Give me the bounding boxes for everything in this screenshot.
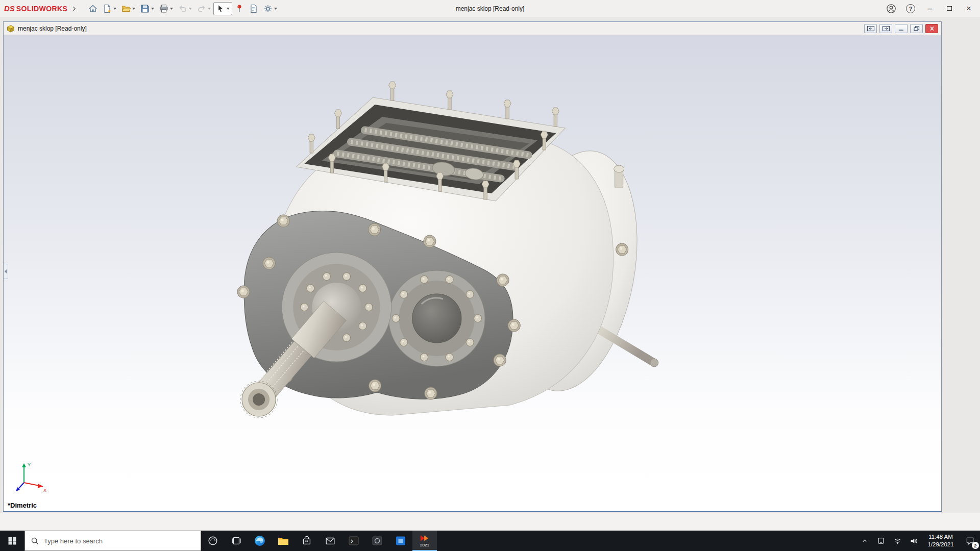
gear-icon: [263, 4, 273, 13]
solidworks-app-window: DS SOLIDWORKS: [0, 0, 980, 551]
save-button[interactable]: [138, 2, 157, 15]
tablet-icon: [877, 537, 885, 545]
menu-expand-button[interactable]: [70, 2, 78, 15]
undo-dropdown[interactable]: [189, 8, 192, 10]
rebuild-traffic-light-icon: [235, 4, 244, 13]
doc-restore-button[interactable]: [910, 24, 923, 33]
redo-dropdown[interactable]: [208, 8, 211, 10]
home-button[interactable]: [86, 2, 100, 15]
mail-icon: [325, 535, 336, 546]
pinned-app-3-button[interactable]: [389, 531, 412, 551]
help-button[interactable]: ?: [902, 2, 919, 15]
task-view-button[interactable]: [225, 531, 248, 551]
search-input[interactable]: [44, 537, 195, 545]
new-document-icon: [103, 4, 112, 13]
doc-close-button[interactable]: [925, 24, 938, 33]
app-title: menjac sklop [Read-only]: [456, 0, 525, 17]
app-minimize-button[interactable]: –: [922, 2, 938, 15]
home-icon: [88, 4, 97, 13]
close-icon: ×: [966, 4, 971, 14]
rebuild-button[interactable]: [232, 2, 247, 15]
solidworks-taskbar-button[interactable]: 2021: [412, 531, 437, 551]
gearbox-3d-scene[interactable]: [4, 35, 941, 511]
status-strip: [0, 513, 980, 531]
span-display-left-button[interactable]: [864, 24, 877, 33]
file-explorer-button[interactable]: [272, 531, 295, 551]
system-tray: 11:48 AM 1/29/2021 2: [856, 531, 980, 551]
3d-viewport[interactable]: Y X *Dimetric: [4, 35, 941, 511]
y-axis-label: Y: [28, 462, 31, 467]
print-button[interactable]: [157, 2, 176, 15]
edge-button[interactable]: [248, 531, 272, 551]
network-button[interactable]: [889, 531, 905, 551]
file-properties-button[interactable]: [247, 2, 261, 15]
solidworks-version-label: 2021: [420, 543, 429, 547]
speaker-icon: [910, 537, 918, 545]
span-display-right-button[interactable]: [879, 24, 892, 33]
print-dropdown[interactable]: [170, 8, 173, 10]
solidworks-app-icon: [419, 534, 430, 543]
minimize-icon: –: [928, 6, 933, 11]
mail-button[interactable]: [318, 531, 342, 551]
clock-date: 1/29/2021: [927, 541, 953, 548]
secondary-bearing-cover[interactable]: [389, 270, 485, 366]
volume-button[interactable]: [905, 531, 922, 551]
new-document-dropdown[interactable]: [113, 8, 116, 10]
cortana-icon: [207, 535, 218, 546]
options-dropdown[interactable]: [274, 8, 277, 10]
doc-restore-icon: [913, 26, 921, 32]
help-icon: ?: [906, 4, 915, 13]
terminal-icon: [348, 535, 360, 547]
x-axis-arrow: [38, 484, 43, 488]
task-view-icon: [231, 535, 242, 546]
app-maximize-button[interactable]: [941, 2, 958, 15]
open-dropdown[interactable]: [132, 8, 135, 10]
logo-ds-glyph: DS: [4, 4, 15, 13]
featuremanager-collapse-tab[interactable]: [4, 264, 8, 279]
hidden-icons-button[interactable]: [856, 531, 873, 551]
app-close-button[interactable]: ×: [961, 2, 977, 15]
undo-icon: [178, 4, 187, 13]
clock-time: 11:48 AM: [928, 533, 953, 541]
undo-button[interactable]: [176, 2, 194, 15]
save-icon: [140, 4, 150, 13]
doc-close-icon: [928, 26, 936, 32]
save-dropdown[interactable]: [151, 8, 154, 10]
action-center-button[interactable]: 2: [960, 531, 980, 551]
taskbar-clock[interactable]: 11:48 AM 1/29/2021: [922, 531, 960, 551]
pinned-app-2-button[interactable]: [365, 531, 389, 551]
file-properties-icon: [249, 4, 258, 13]
collapse-arrow-icon: [5, 269, 7, 273]
open-button[interactable]: [119, 2, 138, 15]
user-account-button[interactable]: [883, 2, 899, 15]
assembly-cube-icon: [7, 24, 15, 33]
x-axis-label: X: [43, 488, 46, 493]
help-glyph: ?: [909, 6, 913, 12]
cortana-button[interactable]: [201, 531, 225, 551]
chevron-right-icon: [70, 4, 78, 13]
notification-badge: 2: [972, 542, 979, 549]
tray-device-button[interactable]: [873, 531, 889, 551]
redo-button[interactable]: [194, 2, 213, 15]
maximize-icon: [947, 6, 952, 11]
start-button[interactable]: [0, 531, 24, 551]
microsoft-store-button[interactable]: [295, 531, 318, 551]
select-tool-dropdown[interactable]: [227, 8, 230, 10]
app-titlebar: DS SOLIDWORKS: [0, 0, 980, 17]
document-title: menjac sklop [Read-only]: [18, 25, 87, 32]
document-titlebar: menjac sklop [Read-only]: [4, 22, 941, 35]
taskbar-search[interactable]: [24, 531, 201, 551]
doc-minimize-button[interactable]: [895, 24, 908, 33]
new-document-button[interactable]: [100, 2, 119, 15]
document-window: menjac sklop [Read-only]: [3, 21, 942, 512]
orientation-triad: Y X: [13, 460, 48, 496]
search-icon: [31, 537, 39, 545]
open-folder-icon: [121, 4, 131, 13]
select-tool-button[interactable]: [213, 2, 232, 15]
options-button[interactable]: [261, 2, 280, 15]
logo-wordmark: SOLIDWORKS: [16, 5, 67, 13]
user-avatar-icon: [886, 4, 896, 14]
print-icon: [159, 4, 168, 13]
pinned-app-1-button[interactable]: [342, 531, 365, 551]
solidworks-logo: DS SOLIDWORKS: [4, 4, 67, 13]
